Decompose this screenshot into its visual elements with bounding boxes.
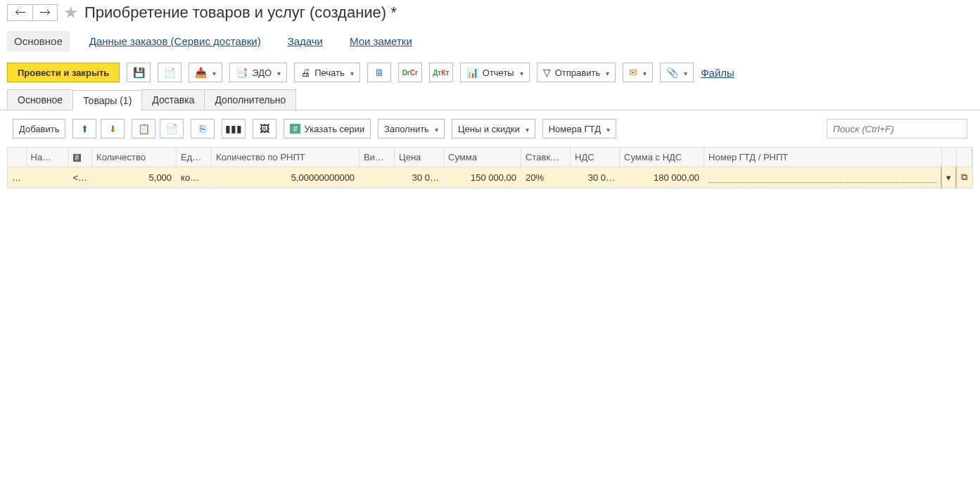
clip-icon: 📎 xyxy=(666,67,678,78)
goods-grid: На… # Количество Ед… Количество по РНПТ … xyxy=(7,147,973,188)
doc-button-1[interactable]: 🗎 xyxy=(367,63,391,82)
print-button[interactable]: 🖨Печать xyxy=(294,63,360,82)
row-expand-arrow[interactable]: ▾ xyxy=(941,167,956,188)
move-up-button[interactable]: ⬆ xyxy=(72,119,96,139)
page-title: Приобретение товаров и услуг (создание) … xyxy=(84,4,397,22)
mail-button[interactable]: ✉ xyxy=(623,63,653,82)
grid-search-input[interactable] xyxy=(827,119,967,139)
chart-icon: 📊 xyxy=(466,67,478,78)
send-button[interactable]: ▽Отправить xyxy=(537,63,616,82)
post-icon: 📄 xyxy=(164,67,176,78)
save-button[interactable]: 💾 xyxy=(127,63,151,82)
share-icon: ⎘ xyxy=(200,123,205,134)
image-button[interactable]: 🖼 xyxy=(253,119,276,139)
move-down-button[interactable]: ⬇ xyxy=(101,119,125,139)
grid-row[interactable]: … <… 5,000 ко… 5,00000000000 30 0… 150 0… xyxy=(8,167,972,188)
add-button[interactable]: Добавить xyxy=(13,119,65,139)
copy-icon: 📋 xyxy=(138,123,150,134)
col-sum[interactable]: Сумма xyxy=(444,148,521,167)
subtab-extra[interactable]: Дополнительно xyxy=(204,89,296,110)
col-qty-rnpt[interactable]: Количество по РНПТ xyxy=(212,148,359,167)
files-link[interactable]: Файлы xyxy=(701,67,734,79)
hash-icon: # xyxy=(290,124,300,134)
col-rate[interactable]: Ставк… xyxy=(521,148,571,167)
fill-button[interactable]: Заполнить xyxy=(378,119,445,139)
col-vat[interactable]: НДС xyxy=(571,148,620,167)
subtab-goods[interactable]: Товары (1) xyxy=(72,90,141,110)
doc-icon: 🗎 xyxy=(374,67,384,78)
row-popout-icon[interactable]: ⧉ xyxy=(956,167,972,188)
print-icon: 🖨 xyxy=(300,67,310,78)
basis-icon: 📥 xyxy=(195,67,207,78)
col-unit[interactable]: Ед… xyxy=(177,148,212,167)
drcr-button[interactable]: DrCr xyxy=(398,63,422,82)
favorite-star-icon[interactable]: ★ xyxy=(63,3,79,23)
col-gtd[interactable]: Номер ГТД / РНПТ xyxy=(704,148,941,167)
series-button[interactable]: #Указать серии xyxy=(284,119,371,139)
basis-button[interactable]: 📥 xyxy=(189,63,222,82)
paste-icon: 📄 xyxy=(166,123,178,134)
subtab-delivery[interactable]: Доставка xyxy=(141,89,204,110)
col-vid[interactable]: Ви… xyxy=(359,148,395,167)
gtd-cell[interactable] xyxy=(708,172,936,183)
col-sumvat[interactable]: Сумма с НДС xyxy=(620,148,704,167)
paste-button[interactable]: 📄 xyxy=(160,119,184,139)
tab-main-link[interactable]: Основное xyxy=(7,31,70,51)
post-and-close-button[interactable]: Провести и закрыть xyxy=(7,63,120,82)
tab-orders-link[interactable]: Данные заказов (Сервис доставки) xyxy=(82,31,268,51)
gtd-numbers-button[interactable]: Номера ГТД xyxy=(542,119,616,139)
barcode-icon: ▮▮▮ xyxy=(225,123,242,134)
post-button[interactable]: 📄 xyxy=(158,63,182,82)
send-icon: ▽ xyxy=(543,67,551,78)
col-price[interactable]: Цена xyxy=(395,148,444,167)
save-icon: 💾 xyxy=(133,67,145,78)
col-name[interactable]: На… xyxy=(26,148,68,167)
dtkt-button[interactable]: ДтКт xyxy=(429,63,453,82)
back-button[interactable]: 🡐 xyxy=(7,4,32,21)
edo-button[interactable]: 📑ЭДО xyxy=(229,63,287,82)
tab-tasks-link[interactable]: Задачи xyxy=(281,31,330,51)
share-button[interactable]: ⎘ xyxy=(191,119,215,139)
col-num[interactable]: # xyxy=(68,148,92,167)
forward-button[interactable]: 🡒 xyxy=(32,4,58,21)
col-blank xyxy=(8,148,26,167)
barcode-button[interactable]: ▮▮▮ xyxy=(222,119,246,139)
image-icon: 🖼 xyxy=(260,123,269,134)
subtab-main[interactable]: Основное xyxy=(7,89,72,110)
tab-notes-link[interactable]: Мои заметки xyxy=(343,31,419,51)
copy-button[interactable]: 📋 xyxy=(132,119,155,139)
attach-button[interactable]: 📎 xyxy=(660,63,694,82)
arrow-up-icon: ⬆ xyxy=(81,124,89,134)
mail-icon: ✉ xyxy=(629,67,637,78)
prices-discounts-button[interactable]: Цены и скидки xyxy=(452,119,535,139)
edo-icon: 📑 xyxy=(236,67,248,78)
arrow-down-icon: ⬇ xyxy=(109,124,117,134)
reports-button[interactable]: 📊Отчеты xyxy=(460,63,530,82)
col-qty[interactable]: Количество xyxy=(92,148,177,167)
